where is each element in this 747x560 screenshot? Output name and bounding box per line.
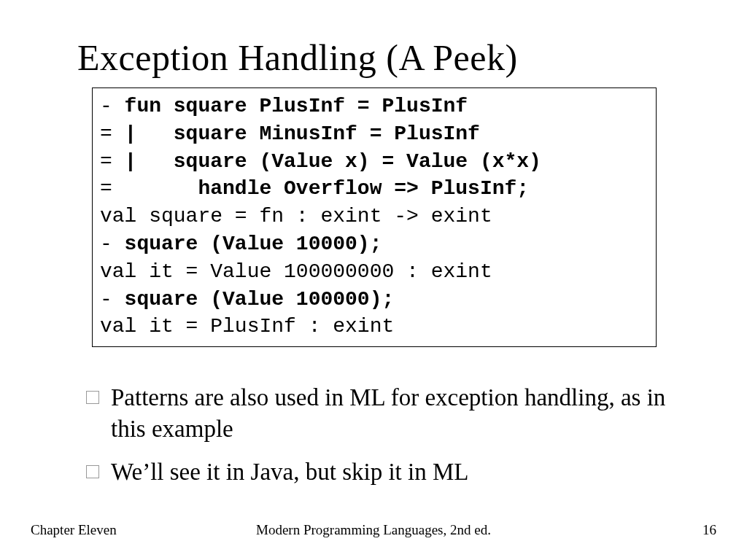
code-line-4-prompt: = bbox=[100, 177, 125, 200]
list-item: We’ll see it in Java, but skip it in ML bbox=[86, 456, 670, 488]
code-line-7-output: val it = Value 100000000 : exint bbox=[100, 260, 492, 283]
list-item: Patterns are also used in ML for excepti… bbox=[86, 382, 670, 445]
code-line-4-input: handle Overflow => PlusInf; bbox=[125, 177, 530, 200]
bullet-marker-icon bbox=[86, 465, 99, 478]
code-line-2-input: | square MinusInf = PlusInf bbox=[125, 122, 480, 145]
code-line-6-input: square (Value 10000); bbox=[125, 233, 382, 255]
code-line-9-output: val it = PlusInf : exint bbox=[100, 315, 394, 338]
code-line-1-prompt: - bbox=[100, 95, 125, 117]
footer-right: 16 bbox=[703, 522, 716, 538]
bullet-marker-icon bbox=[86, 391, 99, 404]
code-line-1-input: fun square PlusInf = PlusInf bbox=[125, 95, 468, 117]
slide-title: Exception Handling (A Peek) bbox=[77, 36, 518, 79]
slide: Exception Handling (A Peek) - fun square… bbox=[0, 0, 747, 560]
code-line-8-prompt: - bbox=[100, 288, 125, 311]
code-line-6-prompt: - bbox=[100, 233, 125, 255]
bullet-text: Patterns are also used in ML for excepti… bbox=[111, 382, 670, 445]
bullet-list: Patterns are also used in ML for excepti… bbox=[86, 382, 670, 499]
code-block: - fun square PlusInf = PlusInf = | squar… bbox=[92, 88, 657, 347]
code-line-8-input: square (Value 100000); bbox=[125, 288, 395, 311]
code-line-3-prompt: = bbox=[100, 150, 125, 173]
slide-footer: Chapter Eleven Modern Programming Langua… bbox=[0, 522, 747, 540]
code-line-2-prompt: = bbox=[100, 122, 125, 145]
code-line-3-input: | square (Value x) = Value (x*x) bbox=[125, 150, 541, 173]
code-line-5-output: val square = fn : exint -> exint bbox=[100, 205, 492, 228]
footer-center: Modern Programming Languages, 2nd ed. bbox=[0, 522, 747, 538]
bullet-text: We’ll see it in Java, but skip it in ML bbox=[111, 456, 670, 488]
